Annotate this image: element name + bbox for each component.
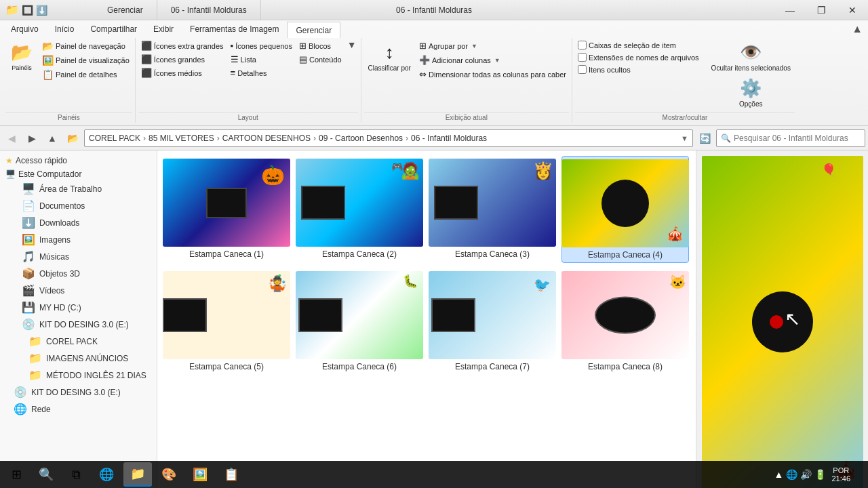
search-box[interactable]: 🔍 [716,129,865,147]
fit-columns-button[interactable]: ⇔ Dimensionar todas as colunas para cabe… [416,68,569,81]
sidebar-item-3d[interactable]: 📦 Objetos 3D [14,265,157,282]
maximize-button[interactable]: ❐ [806,0,837,20]
check-itens-ocultos[interactable]: Itens ocultos [575,64,702,75]
refresh-button[interactable]: 🔄 [696,129,713,147]
sidebar-item-music[interactable]: 🎵 Músicas [14,248,157,265]
tab-window-title[interactable]: 06 - Infantil Molduras [157,0,261,20]
hide-selected-button[interactable]: 👁️ Ocultar itens selecionados [707,39,795,75]
painel-visualizacao-button[interactable]: 🖼️ Painel de visualização [39,54,132,67]
sort-by-button[interactable]: ⊞ Agrupar por ▼ [416,39,569,52]
back-button[interactable]: ◀ [3,129,20,147]
address-area: ◀ ▶ ▲ 📂 COREL PACK › 85 MIL VETORES › CA… [0,126,868,150]
sidebar-item-videos[interactable]: 🎬 Vídeos [14,282,157,299]
coreldraw-taskbar-app[interactable]: 🖼️ [186,462,214,487]
file-item-3[interactable]: 👸 Estampa Caneca (3) [429,156,556,263]
sidebar-item-images[interactable]: 🖼️ Imagens [14,231,157,248]
sidebar-computer-header[interactable]: 🖥️ Este Computador [0,167,157,180]
title-bar: 📁 🔲 ⬇️ Gerenciar 06 - Infantil Molduras … [0,0,868,20]
task-view-button[interactable]: ⧉ [62,462,90,487]
file-item-5[interactable]: 🤹 Estampa Caneca (5) [163,268,290,374]
add-columns-button[interactable]: ➕ Adicionar colunas ▼ [416,54,569,66]
sidebar-quick-access[interactable]: ★ Acesso rápido [0,153,157,167]
check-itens-ocultos-input[interactable] [578,65,587,74]
minimize-button[interactable]: — [774,0,806,20]
tab-ferramentas[interactable]: Ferramentas de Imagem [182,20,287,38]
taskbar-network-icon[interactable]: 🌐 [786,469,797,480]
forward-button[interactable]: ▶ [23,129,41,147]
desktop-label: Área de Trabalho [39,184,102,194]
tab-gerenciar-ribbon[interactable]: Gerenciar [287,22,340,38]
painel-navegacao-small[interactable]: 📂 Painel de navegação [39,39,132,53]
check-caixas-selecao[interactable]: Caixas de seleção de item [575,39,702,51]
tab-arquivo[interactable]: Arquivo [3,20,47,38]
taskbar-volume-icon[interactable]: 🔊 [800,469,812,480]
sidebar-item-imagens-anuncios[interactable]: 📁 IMAGENS ANÚNCIOS [20,350,157,367]
lista-btn[interactable]: ☰ Lista [228,53,295,66]
thumb-char-7: 🐦 [534,277,551,293]
file-item-8[interactable]: 🐱 Estampa Caneca (8) [561,268,689,374]
sidebar-item-documents[interactable]: 📄 Documentos [14,197,157,214]
check-caixas-selecao-input[interactable] [578,41,587,49]
ribbon: Arquivo Início Compartilhar Exibir Ferra… [0,20,868,126]
photoshop-taskbar-app[interactable]: 🎨 [155,462,183,487]
music-icon: 🎵 [22,250,35,263]
layout-expand-icon[interactable]: ▼ [347,39,357,50]
painel-detalhes-button[interactable]: 📋 Painel de detalhes [39,68,132,81]
icones-grandes[interactable]: ⬛ Ícones grandes [138,53,226,66]
breadcrumb-part-2[interactable]: 85 MIL VETORES [149,134,214,143]
clock[interactable]: POR 21:46 [831,466,850,483]
breadcrumb-part-5[interactable]: 06 - Infantil Molduras [411,134,487,143]
start-button[interactable]: ⊞ [3,462,30,487]
icones-extra-grandes[interactable]: ⬛ Ícones extra grandes [138,39,226,52]
file-item-2[interactable]: 🧟 🎮 Estampa Caneca (2) [296,156,423,263]
sidebar-item-kite[interactable]: 💿 KIT DO DESING 3.0 (E:) [14,316,157,333]
breadcrumb-part-4[interactable]: 09 - Cartoon Desenhos [319,134,403,143]
sidebar-item-desktop[interactable]: 🖥️ Área de Trabalho [14,180,157,197]
check-extensoes-input[interactable] [578,53,587,62]
icones-pequenos[interactable]: ▪️ Ícones pequenos [228,39,295,52]
thumb-logo-1: 🎃 [261,164,285,186]
options-button[interactable]: ⚙️ Opções [734,75,767,110]
tab-exibir[interactable]: Exibir [145,20,182,38]
preview-panel: ↖ 🎪 🎈 Estampa Caneca (4) [696,150,868,488]
icones-medios[interactable]: ⬛ Ícones médios [138,66,226,79]
file-item-4[interactable]: 🎪 Estampa Caneca (4) [561,156,689,263]
extra-taskbar-app[interactable]: 📋 [217,462,245,487]
explorer-taskbar-app[interactable]: 📁 [123,462,152,487]
file-grid: 🎃 Estampa Caneca (1) 🧟 🎮 Estampa Caneca … [163,156,690,374]
3d-label: Objetos 3D [39,269,80,279]
taskbar-up-icon[interactable]: ▲ [774,469,784,480]
up-button[interactable]: ▲ [43,129,61,147]
blocos-btn[interactable]: ⊞ Blocos [296,39,344,52]
detalhes-btn[interactable]: ≡ Detalhes [228,66,295,79]
breadcrumb-part-3[interactable]: CARTOON DESENHOS [222,134,311,143]
sidebar-item-downloads[interactable]: ⬇️ Downloads [14,214,157,231]
sidebar-item-corel-pack[interactable]: 📁 COREL PACK [20,333,157,350]
search-input[interactable] [734,134,861,143]
painel-navegacao-button[interactable]: 📂 Painéis [5,39,38,74]
file-item-7[interactable]: 🐦 Estampa Caneca (7) [429,268,556,374]
address-bar[interactable]: COREL PACK › 85 MIL VETORES › CARTOON DE… [84,129,693,147]
edge-taskbar-app[interactable]: 🌐 [92,462,121,487]
tab-compartilhar[interactable]: Compartilhar [82,20,145,38]
close-button[interactable]: ✕ [837,0,868,20]
classify-by-button[interactable]: ↕️ Classificar por [364,39,415,75]
thumb-badge-2: 🎮 [391,161,403,172]
tab-inicio[interactable]: Início [47,20,83,38]
sidebar-item-rede[interactable]: 🌐 Rede [5,401,157,418]
kite-icon: 💿 [22,318,35,331]
address-dropdown-icon[interactable]: ▼ [681,134,688,142]
taskbar-battery-icon[interactable]: 🔋 [814,469,826,480]
tab-gerenciar[interactable]: Gerenciar [94,0,157,20]
check-extensoes[interactable]: Extensões de nomes de arquivos [575,52,702,63]
sidebar-item-kit-desing[interactable]: 💿 KIT DO DESING 3.0 (E:) [5,384,157,401]
ribbon-collapse-button[interactable]: ▲ [852,23,863,35]
file-item-1[interactable]: 🎃 Estampa Caneca (1) [163,156,290,263]
hdc-label: MY HD (C:) [39,303,81,312]
breadcrumb-part-1[interactable]: COREL PACK [89,134,140,143]
sidebar-item-metodo-ingles[interactable]: 📁 MÉTODO INGLÊS 21 DIAS [20,367,157,384]
file-item-6[interactable]: 🐛 Estampa Caneca (6) [296,268,423,374]
conteudo-btn[interactable]: ▤ Conteúdo [296,53,344,66]
sidebar-item-hdc[interactable]: 💾 MY HD (C:) [14,299,157,316]
search-taskbar-button[interactable]: 🔍 [33,462,60,487]
